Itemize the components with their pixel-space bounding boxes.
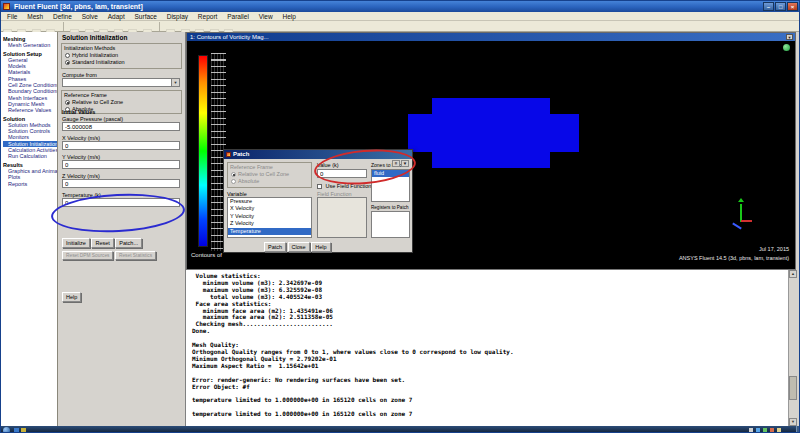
dialog-button-row: Patch Close Help	[264, 242, 331, 252]
start-button[interactable]	[3, 427, 10, 433]
scrollbar-thumb[interactable]	[789, 376, 797, 400]
zone-item-fluid[interactable]: fluid	[372, 170, 409, 177]
zones-dropdown-icon[interactable]: ▼	[401, 160, 409, 167]
toolbar-separator	[63, 22, 64, 31]
y-velocity-field[interactable]	[62, 160, 180, 169]
tree-item-run-calculation[interactable]: Run Calculation	[3, 153, 57, 159]
axis-triad-icon	[730, 198, 752, 228]
console-scrollbar[interactable]: ▲ ▼	[788, 270, 796, 426]
taskbar-app-icon[interactable]	[14, 428, 19, 433]
radio-icon[interactable]	[65, 53, 70, 58]
taskbar-app-icon[interactable]	[21, 428, 26, 433]
tray-icon[interactable]	[763, 428, 767, 432]
fluent-version-label: ANSYS Fluent 14.5 (3d, pbns, lam, transi…	[679, 255, 789, 261]
dialog-help-button[interactable]: Help	[311, 242, 330, 252]
panel-button-row: Initialize Reset Patch...	[62, 238, 142, 248]
patch-dialog-title: Patch	[233, 151, 249, 157]
panel-button-row-2: Reset DPM Sources Reset Statistics	[62, 251, 156, 260]
radio-icon[interactable]	[231, 179, 236, 184]
navigation-tree: Meshing Mesh Generation Solution Setup G…	[1, 32, 58, 426]
menu-parallel[interactable]: Parallel	[223, 12, 253, 21]
maximize-icon[interactable]: □	[775, 2, 786, 11]
ansys-logo-icon	[783, 44, 790, 51]
radio-icon[interactable]	[65, 100, 70, 105]
variable-item-x-velocity[interactable]: X Velocity	[228, 205, 311, 212]
title-bar[interactable]: Fluent Fluent [3d, pbns, lam, transient]…	[1, 1, 799, 12]
relative-to-cell-zone-radio[interactable]: Relative to Cell Zone	[62, 98, 181, 105]
value-field[interactable]	[317, 169, 367, 178]
menu-report[interactable]: Report	[194, 12, 222, 21]
reset-dpm-sources-button[interactable]: Reset DPM Sources	[62, 251, 113, 260]
value-label: Value (k)	[317, 162, 339, 168]
variable-item-z-velocity[interactable]: Z Velocity	[228, 220, 311, 227]
console-output[interactable]: Volume statistics: minimum volume (m3): …	[186, 269, 796, 426]
solution-initialization-panel: Solution Initialization Initialization M…	[58, 32, 186, 426]
tree-item-boundary-conditions[interactable]: Boundary Conditions	[3, 88, 57, 94]
menu-adapt[interactable]: Adapt	[104, 12, 129, 21]
dialog-absolute-radio[interactable]: Absolute	[228, 177, 311, 184]
reset-button[interactable]: Reset	[91, 238, 113, 248]
x-velocity-field[interactable]	[62, 141, 180, 150]
scroll-up-icon[interactable]: ▲	[789, 270, 797, 278]
zones-to-patch-list[interactable]: fluid	[371, 169, 410, 202]
z-velocity-field[interactable]	[62, 179, 180, 188]
scroll-down-icon[interactable]: ▼	[789, 418, 797, 426]
initial-values-label: Initial Values	[62, 109, 95, 115]
temperature-field[interactable]	[62, 198, 180, 207]
tray-icon[interactable]	[749, 428, 753, 432]
hybrid-initialization-radio[interactable]: Hybrid Initialization	[62, 51, 181, 58]
zones-menu-icon[interactable]: ≡	[392, 160, 400, 167]
menu-help[interactable]: Help	[278, 12, 299, 21]
chevron-down-icon[interactable]: ▼	[171, 79, 179, 86]
radio-icon[interactable]	[65, 60, 70, 65]
variable-item-temperature[interactable]: Temperature	[228, 228, 311, 235]
gauge-pressure-field[interactable]	[62, 122, 180, 131]
patch-button[interactable]: Patch...	[115, 238, 142, 248]
dialog-close-button[interactable]: Close	[288, 242, 310, 252]
dialog-reference-frame-group: Reference Frame Relative to Cell Zone Ab…	[227, 162, 312, 188]
checkbox-icon[interactable]	[317, 184, 322, 189]
menu-file[interactable]: File	[3, 12, 21, 21]
field-function-list[interactable]	[317, 197, 367, 238]
standard-initialization-radio[interactable]: Standard Initialization	[62, 58, 181, 65]
radio-icon[interactable]	[231, 172, 236, 177]
patch-dialog-titlebar[interactable]: Patch	[224, 150, 412, 159]
dialog-relative-radio[interactable]: Relative to Cell Zone	[228, 170, 311, 177]
menu-display[interactable]: Display	[163, 12, 192, 21]
minimize-icon[interactable]: –	[763, 2, 774, 11]
compute-from-dropdown[interactable]: ▼	[62, 78, 180, 87]
menu-surface[interactable]: Surface	[131, 12, 161, 21]
registers-to-patch-label: Registers to Patch	[371, 205, 409, 210]
graphics-window-title: 1: Contours of Vorticity Mag...	[190, 34, 269, 40]
registers-to-patch-list[interactable]	[371, 211, 410, 238]
variable-item-pressure[interactable]: Pressure	[228, 198, 311, 205]
menu-define[interactable]: Define	[49, 12, 76, 21]
tray-icon[interactable]	[777, 428, 781, 432]
tree-item-mesh-generation[interactable]: Mesh Generation	[3, 42, 57, 48]
dialog-reference-frame-label: Reference Frame	[228, 163, 311, 170]
menu-mesh[interactable]: Mesh	[23, 12, 47, 21]
dialog-patch-button[interactable]: Patch	[264, 242, 286, 252]
variable-list[interactable]: Pressure X Velocity Y Velocity Z Velocit…	[227, 197, 312, 238]
close-icon[interactable]: ×	[787, 2, 798, 11]
fluent-app-icon	[3, 3, 10, 10]
graphics-window-titlebar[interactable]: 1: Contours of Vorticity Mag... ▼	[187, 33, 795, 41]
toolbar: ▤ ▦ ▧ ▥ ◉ ► + ⊕ ⊖ ↻ ⌂ ↺ ▩ ≡ ?	[1, 21, 799, 32]
console-text: Volume statistics: minimum volume (m3): …	[186, 270, 796, 418]
help-button[interactable]: Help	[62, 292, 81, 302]
contour-colorbar	[198, 55, 208, 247]
reset-statistics-button[interactable]: Reset Statistics	[115, 251, 156, 260]
tray-icon[interactable]	[770, 428, 774, 432]
graphics-window-menu-icon[interactable]: ▼	[786, 34, 793, 40]
tree-item-reference-values[interactable]: Reference Values	[3, 107, 57, 113]
menu-solve[interactable]: Solve	[78, 12, 102, 21]
contour-caption: Contours of	[191, 252, 222, 258]
show-desktop-button[interactable]	[796, 426, 799, 433]
initialize-button[interactable]: Initialize	[62, 238, 90, 248]
use-field-function-checkbox[interactable]: Use Field Function	[317, 183, 371, 189]
tree-item-reports[interactable]: Reports	[3, 181, 57, 187]
tray-icon[interactable]	[756, 428, 760, 432]
variable-item-y-velocity[interactable]: Y Velocity	[228, 213, 311, 220]
menu-view[interactable]: View	[255, 12, 277, 21]
window-title: Fluent Fluent [3d, pbns, lam, transient]	[14, 3, 143, 10]
